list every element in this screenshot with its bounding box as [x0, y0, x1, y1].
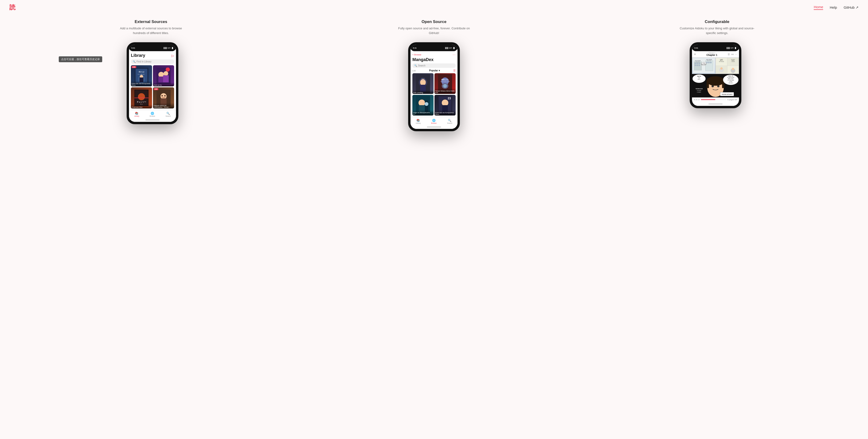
manga-badge-0: 239 [132, 66, 136, 68]
filter-icon[interactable]: ☰ [453, 69, 456, 72]
logo: 読 [9, 3, 16, 11]
search-tab-icon-2: 🔍 [448, 119, 452, 122]
nav-help[interactable]: Help [830, 5, 837, 9]
phone-library: 9:41 ▐▐▐ WiFi ▐▌ Library ▷ 🔍 Find [127, 42, 178, 124]
status-time-1: 9:41 [131, 47, 135, 49]
svg-text:MAKE SURE: MAKE SURE [728, 78, 734, 79]
svg-text:TROUBLE!: TROUBLE! [728, 82, 733, 83]
svg-text:READ THE: READ THE [728, 75, 733, 76]
tab-label-search-2: Search [447, 122, 452, 124]
tab-browse-1[interactable]: 🌐 Browse [150, 112, 155, 117]
search-icon-1: 🔍 [133, 60, 135, 63]
tab-search-2[interactable]: 🔍 Search [447, 119, 452, 124]
phone2-tab-bar: 📚 Library 🌐 Browse 🔍 Search [410, 117, 458, 125]
library-search-bar[interactable]: 🔍 Find in Library [131, 59, 174, 64]
manga-card-1[interactable]: 7 Oshi no Ko [153, 65, 174, 87]
tab-library-1[interactable]: 📚 Library [134, 112, 139, 117]
svg-rect-11 [163, 75, 169, 82]
list-view-icon[interactable]: ☰ [728, 53, 730, 56]
font-size-icon[interactable]: AA [731, 53, 734, 56]
svg-text:THE ONLY: THE ONLY [731, 59, 735, 60]
manga-card-2[interactable]: チェンソー マン Chainsaw Man [131, 87, 152, 108]
popular-dropdown[interactable]: Popular ▾ [429, 69, 440, 72]
tab-label-browse-1: Browse [150, 115, 155, 117]
progress-pages: 8 of 14 [694, 99, 700, 101]
browse-tab-icon-2: 🌐 [432, 119, 436, 122]
browse-search-bar[interactable]: 🔍 Search [412, 63, 456, 68]
svg-text:STAY PRIVATE: STAY PRIVATE [706, 59, 712, 60]
signal-icon-1: ▐▐▐ [163, 47, 166, 49]
list-label: List [412, 69, 416, 72]
progress-bar-track[interactable] [701, 99, 726, 100]
manga-title-3: Kaguya-sama wa Kokuraseta i: Tensai... [153, 103, 174, 108]
svg-point-82 [732, 68, 734, 70]
browse-source-title: MangaDex [412, 57, 456, 62]
nav-links: Home Help GitHub ↗ [814, 5, 859, 10]
notch-1 [143, 44, 162, 50]
feature-desc-3: Customize Aidoku to your liking with glo… [680, 26, 755, 35]
browse-card-3[interactable]: 23 Komi-san wa Komyushou Desu. [434, 95, 456, 115]
manga-row-1: STAY PRIVATE HIGH SCHOOL [692, 58, 739, 74]
svg-text:23: 23 [447, 97, 451, 100]
nav-home[interactable]: Home [814, 5, 823, 10]
library-play-icon[interactable]: ▷ [172, 54, 174, 58]
browse-card-0[interactable]: SOLO LEVELING Solo Leveling [412, 73, 434, 94]
reader-close-btn[interactable]: ✕ [694, 53, 696, 56]
pages-left: 6 pages left [727, 99, 737, 101]
browse-card-2[interactable]: Kage no Jitsuryokusha ni... [412, 95, 434, 115]
manga-panel-full: THAT IS THE BEST! READ THE SITUATION AND… [692, 74, 739, 97]
reader-topbar: ✕ Volume 1 Chapter 1 ☰ AA ··· [692, 51, 739, 58]
search-icon-2: 🔍 [414, 64, 417, 67]
reader-volume: Volume 1 [706, 52, 717, 54]
svg-rect-61 [706, 62, 708, 63]
signal-icon-2: ▐▐▐ [444, 47, 448, 49]
tab-library-2[interactable]: 📚 Library [416, 119, 421, 124]
browse-back-btn[interactable]: < Browse [412, 54, 421, 56]
phone-browse: 9:41 ▐▐▐ WiFi ▐▌ < Browse ··· MangaDex 🔍 [408, 42, 460, 131]
tab-search-1[interactable]: 🔍 Search [166, 112, 171, 117]
svg-text:SOLO: SOLO [421, 78, 425, 79]
status-icons-3: ▐▐▐ WiFi ▐▌ [726, 47, 737, 49]
phone-library-screen: 9:41 ▐▐▐ WiFi ▐▌ Library ▷ 🔍 Find [129, 44, 176, 122]
svg-text:SITUATION AND: SITUATION AND [727, 77, 734, 78]
browse-title-0: Solo Leveling [412, 90, 434, 94]
browse-card-1[interactable]: 転生したら スライムだった件 Tensei Shitara Slime Datt… [434, 73, 456, 94]
nav-github[interactable]: GitHub ↗ [843, 5, 859, 10]
svg-text:GET INVOLVED: GET INVOLVED [719, 61, 724, 62]
svg-text:I DON'T: I DON'T [720, 59, 723, 60]
manga-badge-3: 339 [154, 88, 158, 90]
manga-card-0[interactable]: 見さんは コミュ症です。 239 Komi-san wa Komyushou D… [131, 65, 152, 87]
svg-text:HIGH SCHOOL: HIGH SCHOOL [695, 62, 700, 62]
svg-text:見さんは: 見さんは [138, 71, 144, 72]
notch-bar-3: 9:41 ▐▐▐ WiFi ▐▌ [692, 44, 739, 51]
signal-icon-3: ▐▐▐ [726, 47, 730, 49]
svg-text:IS A TIMID: IS A TIMID [697, 90, 701, 91]
browse-more-icon[interactable]: ··· [453, 53, 456, 56]
manga-pages-area: STAY PRIVATE HIGH SCHOOL [692, 58, 739, 97]
svg-point-45 [442, 100, 448, 106]
svg-rect-57 [699, 65, 700, 66]
svg-rect-56 [697, 65, 698, 66]
list-header: List Popular ▾ ☰ [412, 69, 456, 72]
svg-text:I CHOOSE: I CHOOSE [731, 61, 735, 62]
svg-text:WANT TO: WANT TO [720, 60, 723, 61]
svg-point-16 [138, 93, 145, 100]
phone-browse-screen: 9:41 ▐▐▐ WiFi ▐▌ < Browse ··· MangaDex 🔍 [410, 44, 458, 129]
feature-title-2: Open Source [396, 20, 472, 24]
more-icon[interactable]: ··· [735, 53, 737, 56]
svg-rect-54 [699, 63, 700, 64]
manga-panel-1: STAY PRIVATE HIGH SCHOOL [692, 58, 715, 74]
status-time-2: 9:41 [413, 47, 416, 49]
wifi-icon-3: WiFi [730, 47, 734, 49]
wifi-icon-1: WiFi [167, 47, 170, 49]
browse-tab-icon-1: 🌐 [151, 112, 154, 115]
svg-point-37 [443, 84, 447, 88]
manga-card-3[interactable]: 339 Kaguya-sama wa Kokuraseta i: Tensai.… [153, 87, 174, 108]
battery-icon-3: ▐▌ [734, 47, 737, 49]
reader-progress-bar: 8 of 14 6 pages left [692, 97, 739, 102]
tab-browse-2[interactable]: 🌐 Browse [431, 119, 437, 124]
svg-text:HIGH SCHOOL: HIGH SCHOOL [702, 64, 706, 65]
library-tab-icon-1: 📚 [135, 112, 138, 115]
phone1-tab-bar: 📚 Library 🌐 Browse 🔍 Search [129, 110, 176, 118]
tab-label-library-2: Library [416, 122, 421, 124]
